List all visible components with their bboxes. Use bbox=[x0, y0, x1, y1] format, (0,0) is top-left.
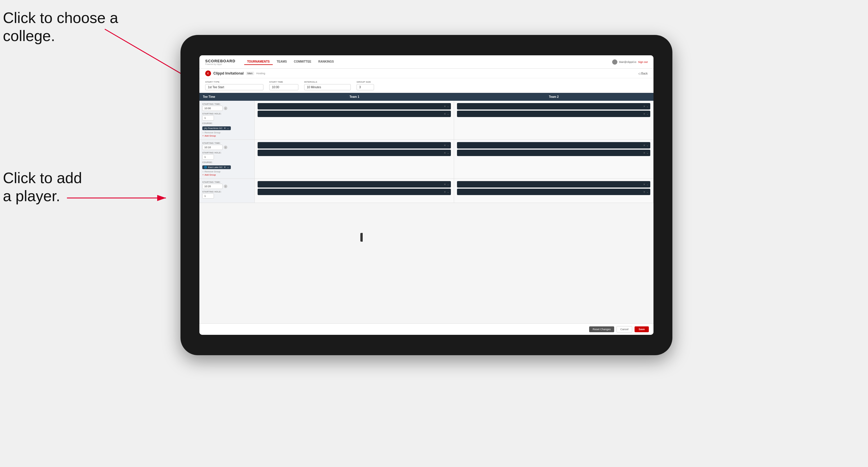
player-chevron-1-4[interactable]: ⌄ bbox=[647, 113, 649, 115]
label-starting-hole-1: STARTING HOLE: bbox=[202, 113, 251, 115]
player-slot-1-4[interactable]: ✕ ⌄ bbox=[457, 111, 650, 117]
starting-time-row-2: i bbox=[202, 145, 251, 150]
add-group-icon-1: + bbox=[202, 134, 204, 137]
th-team1: Team 1 bbox=[255, 93, 454, 101]
starting-time-input-1[interactable] bbox=[202, 106, 223, 111]
player-chevron-3-2[interactable]: ⌄ bbox=[447, 191, 449, 193]
add-group-1[interactable]: + Add Group bbox=[202, 134, 251, 137]
starting-time-row-1: i bbox=[202, 106, 251, 111]
player-slot-1-3[interactable]: ✕ ⌄ bbox=[457, 103, 650, 110]
player-x-3-2[interactable]: ✕ bbox=[444, 191, 446, 193]
course-tag-2[interactable]: 🌐 East Lake GC ✕ ⌄ bbox=[202, 165, 231, 169]
table-header: Tee Time Team 1 Team 2 bbox=[199, 93, 653, 101]
player-slot-3-4[interactable]: ✕ ⌄ bbox=[457, 189, 650, 195]
player-x-3-1[interactable]: ✕ bbox=[444, 183, 446, 186]
player-chevron-1-2[interactable]: ⌄ bbox=[447, 113, 449, 115]
starting-time-input-3[interactable] bbox=[202, 184, 223, 189]
save-button[interactable]: Save bbox=[634, 326, 649, 332]
add-group-2[interactable]: + Add Group bbox=[202, 174, 251, 176]
player-chevron-2-4[interactable]: ⌄ bbox=[647, 152, 649, 154]
ann2-line2: a player. bbox=[3, 187, 60, 205]
starting-hole-input-1[interactable] bbox=[202, 115, 214, 121]
th-tee-time: Tee Time bbox=[199, 93, 255, 101]
ann1-line1: Click to choose a bbox=[3, 9, 118, 26]
row2-team1: ✕ ⌄ ✕ ⌄ bbox=[255, 140, 454, 179]
reset-button[interactable]: Reset Changes bbox=[589, 326, 614, 332]
player-x-1-3[interactable]: ✕ bbox=[643, 105, 645, 108]
course-tag-1[interactable]: (A) Peachtree GC ✕ ⌄ bbox=[202, 126, 231, 130]
player-slot-2-3[interactable]: ✕ ⌄ bbox=[457, 142, 650, 149]
brand-sub: Powered by clippd bbox=[205, 63, 236, 65]
player-x-1-1[interactable]: ✕ bbox=[444, 105, 446, 108]
player-slot-1-2[interactable]: ✕ ⌄ bbox=[258, 111, 451, 117]
nav-link-rankings[interactable]: RANKINGS bbox=[315, 59, 337, 65]
cancel-button[interactable]: Cancel bbox=[617, 326, 632, 333]
user-email: blair@clippd.io bbox=[619, 61, 636, 63]
avatar bbox=[612, 59, 617, 65]
nav-link-tournaments[interactable]: TOURNAMENTS bbox=[244, 59, 273, 65]
player-x-2-1[interactable]: ✕ bbox=[444, 144, 446, 147]
player-slot-3-3[interactable]: ✕ ⌄ bbox=[457, 181, 650, 187]
table-row: STARTING TIME: i STARTING HOLE: COURSE: … bbox=[199, 140, 653, 179]
course-icon-2: 🌐 bbox=[204, 166, 207, 168]
event-logo: C bbox=[205, 70, 211, 76]
player-x-1-2[interactable]: ✕ bbox=[444, 113, 446, 115]
info-icon-3: i bbox=[224, 185, 227, 188]
starting-hole-row-1 bbox=[202, 115, 251, 121]
course-tag-remove-1[interactable]: ✕ bbox=[224, 127, 226, 130]
player-chevron-2-2[interactable]: ⌄ bbox=[447, 152, 449, 154]
starting-hole-input-3[interactable] bbox=[202, 193, 214, 198]
main-content: STARTING TIME: i STARTING HOLE: COURSE: … bbox=[199, 101, 653, 323]
th-team2: Team 2 bbox=[454, 93, 653, 101]
nav-user: blair@clippd.io Sign out bbox=[612, 59, 648, 65]
course-tag-label-2: East Lake GC bbox=[208, 166, 223, 168]
player-x-1-4[interactable]: ✕ bbox=[643, 113, 645, 115]
label-starting-time-2: STARTING TIME: bbox=[202, 142, 251, 144]
player-chevron-2-3[interactable]: ⌄ bbox=[647, 144, 649, 147]
player-x-2-4[interactable]: ✕ bbox=[643, 152, 645, 154]
sign-out-link[interactable]: Sign out bbox=[638, 61, 648, 63]
course-tag-remove-2[interactable]: ✕ bbox=[224, 166, 226, 168]
player-chevron-3-3[interactable]: ⌄ bbox=[647, 183, 649, 186]
add-group-icon-2: + bbox=[202, 174, 204, 176]
player-slot-2-2[interactable]: ✕ ⌄ bbox=[258, 150, 451, 156]
form-row: Start Type 1st Tee Start Shotgun Start S… bbox=[199, 78, 653, 93]
player-chevron-2-1[interactable]: ⌄ bbox=[447, 144, 449, 147]
back-button[interactable]: ◁ Back bbox=[638, 72, 648, 75]
nav-link-teams[interactable]: TEAMS bbox=[274, 59, 290, 65]
remove-group-2[interactable]: ○ Remove Group bbox=[202, 170, 251, 173]
label-starting-hole-2: STARTING HOLE: bbox=[202, 152, 251, 154]
intervals-select[interactable]: 10 Minutes 8 Minutes bbox=[304, 84, 351, 90]
player-slot-3-2[interactable]: ✕ ⌄ bbox=[258, 189, 451, 195]
player-chevron-1-3[interactable]: ⌄ bbox=[647, 105, 649, 108]
event-title: C Clippd Invitational Men Hosting bbox=[205, 70, 265, 76]
start-type-select[interactable]: 1st Tee Start Shotgun Start bbox=[205, 84, 264, 90]
player-x-3-3[interactable]: ✕ bbox=[643, 183, 645, 186]
group-size-input[interactable] bbox=[356, 84, 374, 90]
label-starting-time-3: STARTING TIME: bbox=[202, 181, 251, 183]
start-time-input[interactable] bbox=[269, 84, 298, 90]
remove-group-1[interactable]: ○ Remove Group bbox=[202, 131, 251, 134]
player-slot-1-1[interactable]: ✕ ⌄ bbox=[258, 103, 451, 110]
brand-title: SCOREBOARD bbox=[205, 59, 236, 63]
starting-time-row-3: i bbox=[202, 184, 251, 189]
player-x-2-3[interactable]: ✕ bbox=[643, 144, 645, 147]
remove-group-label-1: Remove Group bbox=[205, 131, 220, 134]
starting-time-input-2[interactable] bbox=[202, 145, 223, 150]
starting-hole-input-2[interactable] bbox=[202, 154, 214, 160]
remove-group-icon-1: ○ bbox=[202, 131, 204, 134]
player-chevron-3-4[interactable]: ⌄ bbox=[647, 191, 649, 193]
course-tag-chevron-1[interactable]: ⌄ bbox=[227, 127, 229, 130]
course-tag-chevron-2[interactable]: ⌄ bbox=[227, 166, 229, 168]
player-chevron-3-1[interactable]: ⌄ bbox=[447, 183, 449, 186]
table-row: STARTING TIME: i STARTING HOLE: COURSE: … bbox=[199, 101, 653, 140]
player-slot-2-1[interactable]: ✕ ⌄ bbox=[258, 142, 451, 149]
player-chevron-1-1[interactable]: ⌄ bbox=[447, 105, 449, 108]
nav-link-committee[interactable]: COMMITTEE bbox=[291, 59, 314, 65]
player-slot-2-4[interactable]: ✕ ⌄ bbox=[457, 150, 650, 156]
player-x-3-4[interactable]: ✕ bbox=[643, 191, 645, 193]
player-slot-3-1[interactable]: ✕ ⌄ bbox=[258, 181, 451, 187]
form-group-intervals: Intervals 10 Minutes 8 Minutes bbox=[304, 81, 351, 90]
start-type-label: Start Type bbox=[205, 81, 264, 83]
player-x-2-2[interactable]: ✕ bbox=[444, 152, 446, 154]
